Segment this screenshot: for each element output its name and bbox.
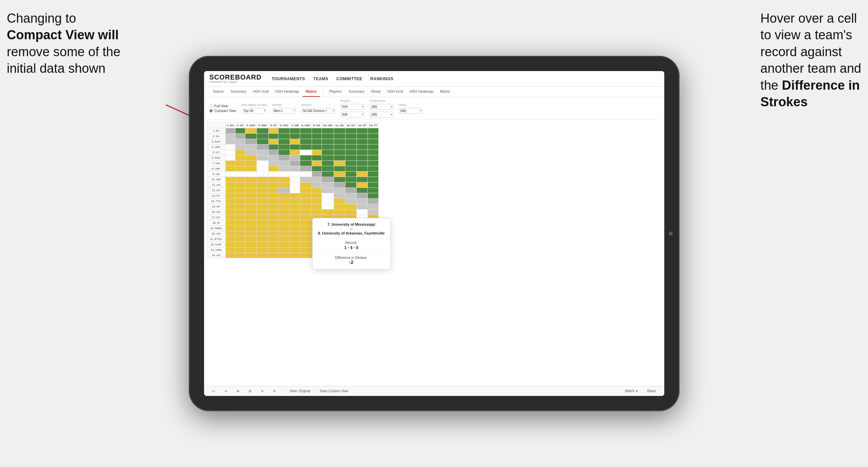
matrix-cell[interactable] xyxy=(334,199,345,204)
matrix-cell[interactable] xyxy=(269,182,279,188)
full-view-radio[interactable]: Full View xyxy=(209,104,236,108)
sub-tab-h2h-grid1[interactable]: H2H Grid xyxy=(250,87,272,97)
matrix-cell[interactable] xyxy=(269,134,279,139)
matrix-cell[interactable] xyxy=(225,150,235,155)
matrix-cell[interactable] xyxy=(300,231,312,237)
matrix-cell[interactable] xyxy=(257,166,269,172)
matrix-cell[interactable] xyxy=(300,182,312,188)
matrix-cell[interactable] xyxy=(334,177,345,182)
matrix-cell[interactable] xyxy=(278,199,290,204)
matrix-cell[interactable] xyxy=(269,166,279,172)
matrix-cell[interactable] xyxy=(334,172,345,177)
matrix-cell[interactable] xyxy=(257,247,269,253)
matrix-cell[interactable] xyxy=(357,193,368,199)
sub-tab-summary2[interactable]: Summary xyxy=(345,87,368,97)
matrix-cell[interactable] xyxy=(322,199,334,204)
matrix-cell[interactable] xyxy=(269,242,279,247)
matrix-cell[interactable] xyxy=(300,215,312,220)
matrix-cell[interactable] xyxy=(235,172,245,177)
matrix-cell[interactable] xyxy=(300,204,312,209)
matrix-cell[interactable] xyxy=(322,182,334,188)
matrix-cell[interactable] xyxy=(345,209,356,215)
matrix-cell[interactable] xyxy=(345,172,356,177)
sub-tab-h2h-heatmap1[interactable]: H2H Heatmap xyxy=(272,87,303,97)
matrix-cell[interactable] xyxy=(245,177,257,182)
matrix-cell[interactable] xyxy=(357,139,368,144)
filter-max-teams-select[interactable]: Top 50 xyxy=(242,108,265,114)
matrix-cell[interactable] xyxy=(345,139,356,144)
matrix-cell[interactable] xyxy=(290,134,300,139)
matrix-cell[interactable] xyxy=(278,253,290,258)
matrix-cell[interactable] xyxy=(368,155,379,161)
matrix-cell[interactable] xyxy=(245,172,257,177)
matrix-cell[interactable] xyxy=(300,172,312,177)
matrix-cell[interactable] xyxy=(300,209,312,215)
matrix-cell[interactable] xyxy=(235,226,245,231)
matrix-cell[interactable] xyxy=(278,139,290,144)
compact-view-radio-circle[interactable] xyxy=(209,109,213,112)
matrix-cell[interactable] xyxy=(235,199,245,204)
matrix-cell[interactable] xyxy=(312,193,321,199)
matrix-cell[interactable] xyxy=(235,134,245,139)
matrix-cell[interactable] xyxy=(357,144,368,150)
view-original-button[interactable]: View: Original xyxy=(287,388,313,394)
matrix-cell[interactable] xyxy=(278,220,290,226)
matrix-cell[interactable] xyxy=(290,193,300,199)
matrix-cell[interactable] xyxy=(269,215,279,220)
matrix-cell[interactable] xyxy=(334,161,345,166)
matrix-cell[interactable] xyxy=(278,231,290,237)
matrix-cell[interactable] xyxy=(278,144,290,150)
matrix-cell[interactable] xyxy=(300,199,312,204)
matrix-cell[interactable] xyxy=(245,247,257,253)
filter-conference-select2[interactable]: (All) xyxy=(370,112,393,117)
matrix-cell[interactable] xyxy=(245,128,257,134)
matrix-cell[interactable] xyxy=(368,193,379,199)
matrix-cell[interactable] xyxy=(245,188,257,193)
matrix-cell[interactable] xyxy=(235,242,245,247)
matrix-cell[interactable] xyxy=(312,128,321,134)
matrix-cell[interactable] xyxy=(345,150,356,155)
matrix-cell[interactable] xyxy=(257,220,269,226)
undo-button[interactable]: ↩ xyxy=(209,388,218,394)
matrix-cell[interactable] xyxy=(257,209,269,215)
matrix-cell[interactable] xyxy=(368,150,379,155)
matrix-cell[interactable] xyxy=(312,172,321,177)
matrix-cell[interactable] xyxy=(312,150,321,155)
matrix-cell[interactable] xyxy=(290,150,300,155)
matrix-cell[interactable] xyxy=(225,209,235,215)
matrix-cell[interactable] xyxy=(368,128,379,134)
refresh-button[interactable]: ⟳ xyxy=(270,388,279,394)
matrix-cell[interactable] xyxy=(269,231,279,237)
matrix-cell[interactable] xyxy=(312,144,321,150)
matrix-cell[interactable] xyxy=(345,155,356,161)
matrix-cell[interactable] xyxy=(345,144,356,150)
matrix-cell[interactable] xyxy=(269,155,279,161)
nav-tournaments[interactable]: TOURNAMENTS xyxy=(272,75,305,83)
share-button[interactable]: Share xyxy=(644,388,659,394)
matrix-cell[interactable] xyxy=(235,188,245,193)
matrix-cell[interactable] xyxy=(322,161,334,166)
matrix-cell[interactable] xyxy=(225,231,235,237)
filter-region-select2[interactable]: N/A xyxy=(340,112,364,117)
matrix-cell[interactable] xyxy=(235,204,245,209)
matrix-cell[interactable] xyxy=(269,220,279,226)
matrix-cell[interactable] xyxy=(245,155,257,161)
matrix-cell[interactable] xyxy=(245,231,257,237)
sub-tab-players[interactable]: Players xyxy=(326,87,345,97)
matrix-cell[interactable] xyxy=(312,177,321,182)
redo-button[interactable]: ↪ xyxy=(222,388,230,394)
matrix-cell[interactable] xyxy=(245,237,257,242)
matrix-cell[interactable] xyxy=(290,204,300,209)
matrix-cell[interactable] xyxy=(269,204,279,209)
matrix-cell[interactable] xyxy=(300,155,312,161)
matrix-cell[interactable] xyxy=(257,172,269,177)
matrix-cell[interactable] xyxy=(235,215,245,220)
matrix-cell[interactable] xyxy=(235,253,245,258)
matrix-cell[interactable] xyxy=(225,182,235,188)
matrix-cell[interactable] xyxy=(368,182,379,188)
matrix-cell[interactable] xyxy=(345,188,356,193)
matrix-cell[interactable] xyxy=(245,161,257,166)
matrix-cell[interactable] xyxy=(368,209,379,215)
matrix-cell[interactable] xyxy=(257,231,269,237)
sub-tab-detail[interactable]: Detail xyxy=(368,87,384,97)
